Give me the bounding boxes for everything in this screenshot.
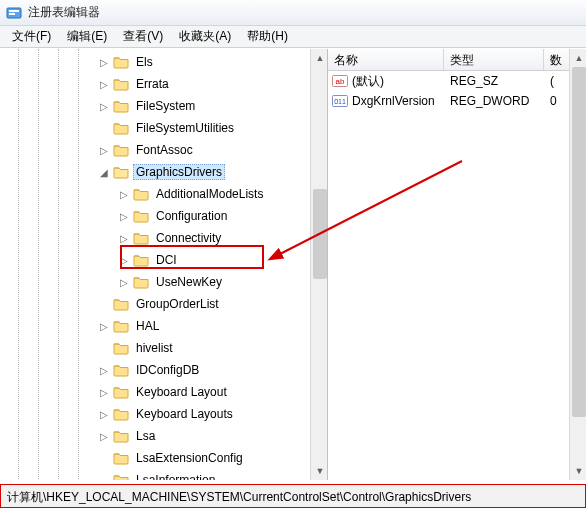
list-row[interactable]: 011DxgKrnlVersionREG_DWORD0 bbox=[328, 91, 586, 111]
collapse-icon[interactable]: ◢ bbox=[98, 166, 110, 178]
app-icon bbox=[6, 5, 22, 21]
folder-icon bbox=[133, 187, 149, 201]
list-body: ab(默认)REG_SZ(011DxgKrnlVersionREG_DWORD0 bbox=[328, 71, 586, 111]
folder-icon bbox=[113, 143, 129, 157]
folder-icon bbox=[133, 231, 149, 245]
tree-node[interactable]: ▷AdditionalModeLists bbox=[0, 183, 327, 205]
menu-bar: 文件(F) 编辑(E) 查看(V) 收藏夹(A) 帮助(H) bbox=[0, 26, 586, 48]
svg-rect-2 bbox=[9, 13, 15, 15]
expand-icon[interactable]: ▷ bbox=[118, 210, 130, 222]
list-pane[interactable]: 名称 类型 数 ab(默认)REG_SZ(011DxgKrnlVersionRE… bbox=[328, 49, 586, 480]
folder-icon bbox=[113, 99, 129, 113]
menu-favorites[interactable]: 收藏夹(A) bbox=[171, 26, 239, 47]
col-name-header[interactable]: 名称 bbox=[328, 49, 444, 70]
folder-icon bbox=[113, 407, 129, 421]
col-type-header[interactable]: 类型 bbox=[444, 49, 544, 70]
tree-node[interactable]: ▷LsaExtensionConfig bbox=[0, 447, 327, 469]
expand-icon[interactable]: ▷ bbox=[98, 100, 110, 112]
value-name: (默认) bbox=[352, 73, 384, 90]
list-scrollbar[interactable]: ▲ ▼ bbox=[569, 49, 586, 480]
tree-node[interactable]: ▷Els bbox=[0, 51, 327, 73]
scroll-down-icon[interactable]: ▼ bbox=[311, 462, 328, 480]
folder-icon bbox=[113, 473, 129, 480]
menu-help[interactable]: 帮助(H) bbox=[239, 26, 296, 47]
expand-icon[interactable]: ▷ bbox=[118, 188, 130, 200]
expand-icon[interactable]: ▷ bbox=[118, 254, 130, 266]
tree-node-label: FontAssoc bbox=[133, 142, 196, 158]
folder-icon bbox=[113, 165, 129, 179]
tree-node-label: FileSystem bbox=[133, 98, 198, 114]
expand-icon[interactable]: ▷ bbox=[98, 364, 110, 376]
folder-icon bbox=[113, 363, 129, 377]
expand-icon[interactable]: ▷ bbox=[98, 56, 110, 68]
folder-icon bbox=[113, 341, 129, 355]
folder-icon bbox=[113, 297, 129, 311]
tree-node-label: Keyboard Layouts bbox=[133, 406, 236, 422]
tree-node[interactable]: ▷HAL bbox=[0, 315, 327, 337]
tree-node[interactable]: ▷DCI bbox=[0, 249, 327, 271]
tree-node[interactable]: ▷Keyboard Layouts bbox=[0, 403, 327, 425]
expand-icon[interactable]: ▷ bbox=[98, 144, 110, 156]
tree-node[interactable]: ▷IDConfigDB bbox=[0, 359, 327, 381]
tree-node-label: GraphicsDrivers bbox=[133, 164, 225, 180]
folder-icon bbox=[113, 121, 129, 135]
value-name: DxgKrnlVersion bbox=[352, 94, 435, 108]
tree-pane[interactable]: ▷Els▷Errata▷FileSystem▷FileSystemUtiliti… bbox=[0, 49, 328, 480]
svg-text:ab: ab bbox=[336, 77, 345, 86]
scroll-up-icon[interactable]: ▲ bbox=[570, 49, 586, 67]
tree-node[interactable]: ◢GraphicsDrivers bbox=[0, 161, 327, 183]
list-row[interactable]: ab(默认)REG_SZ( bbox=[328, 71, 586, 91]
folder-icon bbox=[113, 319, 129, 333]
tree-node-label: HAL bbox=[133, 318, 162, 334]
status-path: 计算机\HKEY_LOCAL_MACHINE\SYSTEM\CurrentCon… bbox=[7, 490, 471, 504]
scroll-thumb[interactable] bbox=[572, 67, 586, 417]
expand-icon[interactable]: ▷ bbox=[118, 276, 130, 288]
menu-view[interactable]: 查看(V) bbox=[115, 26, 171, 47]
tree-node-label: LsaInformation bbox=[133, 472, 218, 480]
tree-node[interactable]: ▷LsaInformation bbox=[0, 469, 327, 480]
tree-node-label: IDConfigDB bbox=[133, 362, 202, 378]
menu-file[interactable]: 文件(F) bbox=[4, 26, 59, 47]
tree-node[interactable]: ▷Keyboard Layout bbox=[0, 381, 327, 403]
scroll-up-icon[interactable]: ▲ bbox=[311, 49, 328, 67]
tree-inner: ▷Els▷Errata▷FileSystem▷FileSystemUtiliti… bbox=[0, 49, 327, 480]
folder-icon bbox=[113, 429, 129, 443]
tree-node[interactable]: ▷FileSystemUtilities bbox=[0, 117, 327, 139]
expand-icon[interactable]: ▷ bbox=[98, 408, 110, 420]
tree-node[interactable]: ▷Configuration bbox=[0, 205, 327, 227]
tree-node[interactable]: ▷FontAssoc bbox=[0, 139, 327, 161]
tree-node-label: GroupOrderList bbox=[133, 296, 222, 312]
svg-rect-1 bbox=[9, 10, 19, 12]
folder-icon bbox=[113, 77, 129, 91]
scroll-thumb[interactable] bbox=[313, 189, 327, 279]
expand-icon[interactable]: ▷ bbox=[98, 386, 110, 398]
tree-node-label: DCI bbox=[153, 252, 180, 268]
binary-value-icon: 011 bbox=[332, 93, 348, 109]
tree-node[interactable]: ▷Errata bbox=[0, 73, 327, 95]
value-type: REG_SZ bbox=[444, 74, 544, 88]
tree-node[interactable]: ▷Connectivity bbox=[0, 227, 327, 249]
folder-icon bbox=[133, 253, 149, 267]
tree-node-label: FileSystemUtilities bbox=[133, 120, 237, 136]
tree-node[interactable]: ▷FileSystem bbox=[0, 95, 327, 117]
expand-icon[interactable]: ▷ bbox=[98, 430, 110, 442]
tree-node[interactable]: ▷hivelist bbox=[0, 337, 327, 359]
folder-icon bbox=[133, 209, 149, 223]
menu-edit[interactable]: 编辑(E) bbox=[59, 26, 115, 47]
window-title: 注册表编辑器 bbox=[28, 4, 100, 21]
tree-node-label: Connectivity bbox=[153, 230, 224, 246]
expand-icon[interactable]: ▷ bbox=[118, 232, 130, 244]
tree-node-label: LsaExtensionConfig bbox=[133, 450, 246, 466]
client-area: ▷Els▷Errata▷FileSystem▷FileSystemUtiliti… bbox=[0, 48, 586, 480]
tree-node-label: hivelist bbox=[133, 340, 176, 356]
folder-icon bbox=[133, 275, 149, 289]
expand-icon[interactable]: ▷ bbox=[98, 320, 110, 332]
expand-icon[interactable]: ▷ bbox=[98, 78, 110, 90]
tree-node-label: Els bbox=[133, 54, 156, 70]
folder-icon bbox=[113, 451, 129, 465]
scroll-down-icon[interactable]: ▼ bbox=[570, 462, 586, 480]
tree-node[interactable]: ▷Lsa bbox=[0, 425, 327, 447]
tree-node[interactable]: ▷GroupOrderList bbox=[0, 293, 327, 315]
tree-node[interactable]: ▷UseNewKey bbox=[0, 271, 327, 293]
tree-scrollbar[interactable]: ▲ ▼ bbox=[310, 49, 328, 480]
